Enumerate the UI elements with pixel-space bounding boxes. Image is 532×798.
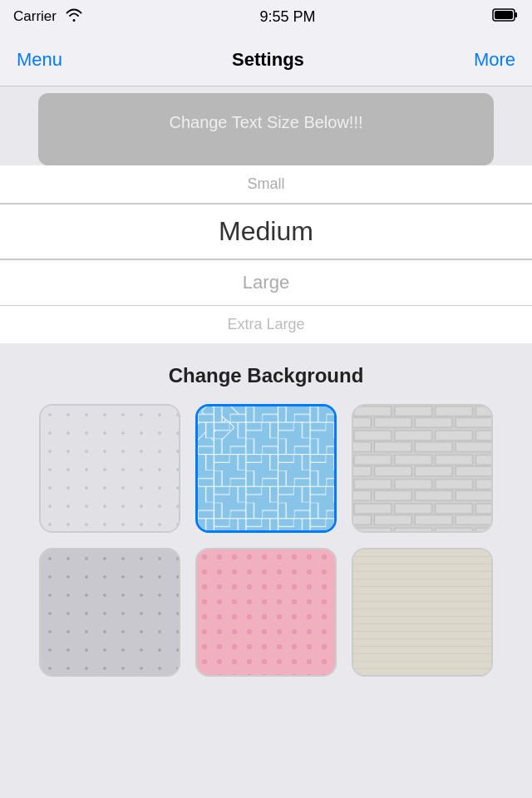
battery-icon (492, 7, 519, 27)
bg-grid (0, 404, 532, 677)
size-extra-large-label: Extra Large (227, 316, 304, 332)
svg-rect-17 (353, 406, 491, 531)
bg-option-wood[interactable] (352, 548, 493, 677)
svg-rect-12 (198, 406, 334, 530)
main-content: Change Text Size Below!!! Small Medium L… (0, 93, 532, 685)
menu-button[interactable]: Menu (17, 49, 62, 71)
bg-blue-pattern (198, 406, 334, 530)
size-medium-label: Medium (219, 216, 313, 246)
text-size-picker: Small Medium Large Extra Large (0, 165, 532, 343)
preview-text: Change Text Size Below!!! (55, 113, 477, 132)
size-option-medium[interactable]: Medium (0, 204, 532, 259)
bg-pink-pattern (197, 549, 335, 675)
bg-gray-brick-pattern (353, 406, 491, 531)
bg-option-blue-herringbone[interactable] (195, 404, 337, 533)
size-option-extra-large[interactable]: Extra Large (0, 306, 532, 343)
bg-option-pink[interactable] (195, 548, 337, 677)
bg-dark-dots-pattern (41, 549, 179, 675)
bg-option-dots[interactable] (39, 404, 180, 533)
bg-option-dark-dots[interactable] (39, 548, 180, 677)
status-bar: Carrier 9:55 PM (0, 0, 532, 33)
bg-section-title: Change Background (0, 364, 532, 387)
svg-rect-2 (495, 11, 513, 19)
wifi-icon (65, 8, 83, 26)
size-option-small[interactable]: Small (0, 165, 532, 204)
page-title: Settings (232, 49, 304, 71)
bg-section-inner: Change Background (0, 347, 532, 685)
bg-option-gray-brick[interactable] (352, 404, 493, 533)
more-button[interactable]: More (474, 49, 515, 71)
status-left: Carrier (13, 8, 83, 26)
status-time: 9:55 PM (259, 8, 315, 26)
size-large-label: Large (243, 272, 289, 293)
svg-rect-1 (515, 12, 517, 17)
nav-bar: Menu Settings More (0, 33, 532, 86)
carrier-label: Carrier (13, 8, 57, 25)
size-small-label: Small (247, 175, 284, 192)
text-size-preview-box: Change Text Size Below!!! (38, 93, 494, 165)
size-option-large[interactable]: Large (0, 260, 532, 306)
bg-wood-pattern (353, 549, 491, 675)
bg-dots-pattern (41, 406, 179, 531)
background-section: Change Background (0, 343, 532, 685)
